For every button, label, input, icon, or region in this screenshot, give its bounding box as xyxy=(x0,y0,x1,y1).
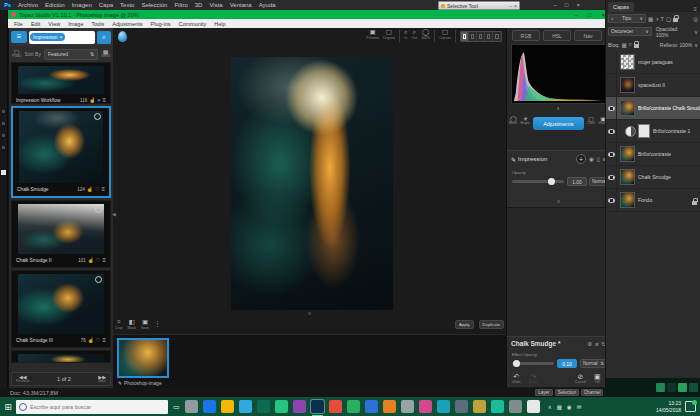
filter-smart-objects-icon[interactable] xyxy=(673,18,678,22)
taskbar-app-icon[interactable] xyxy=(509,400,522,413)
canvas-image[interactable] xyxy=(231,57,393,310)
selection-footer-button[interactable]: Selection xyxy=(555,389,579,396)
panel-menu-icon[interactable]: ≡ xyxy=(595,341,598,347)
layer-name[interactable]: Brillo/contraste Chalk Smudge II xyxy=(638,105,700,111)
info-icon[interactable] xyxy=(95,206,102,213)
settings-gear-icon[interactable]: ⚙ xyxy=(587,341,592,347)
opacity-value[interactable]: 1.00 xyxy=(567,177,587,186)
taskbar-app-icon[interactable] xyxy=(257,400,270,413)
preset-menu-icon[interactable]: ≡ xyxy=(102,257,106,263)
tray-icon[interactable]: ∧ xyxy=(548,404,552,410)
save-button[interactable]: ▣Save xyxy=(141,319,149,330)
menu-item[interactable]: File xyxy=(14,21,23,27)
apply-button[interactable]: Apply xyxy=(455,320,473,329)
menu-item[interactable]: Help xyxy=(214,21,225,27)
menu-item[interactable]: 3D xyxy=(195,2,203,8)
histogram-tab[interactable]: RGB xyxy=(512,30,540,41)
histogram-tab[interactable]: Nav xyxy=(574,30,602,41)
taskbar-app-icon[interactable] xyxy=(419,400,432,413)
layer-row[interactable]: Brillo/contraste Chalk Smudge II xyxy=(606,97,700,120)
tool-icon[interactable] xyxy=(2,122,5,125)
menu-item[interactable]: Edición xyxy=(45,2,65,8)
search-input[interactable]: Impression× xyxy=(29,31,95,44)
layer-name[interactable]: Brillo/contraste 1 xyxy=(653,128,700,134)
layer-thumbnail[interactable] xyxy=(620,192,635,208)
layer-footer-button[interactable]: Layer xyxy=(535,389,553,396)
delete-icon[interactable]: ▯ xyxy=(597,156,600,162)
heart-icon[interactable]: ♡ xyxy=(96,257,100,263)
color-mode-button[interactable]: ▢Color xyxy=(587,116,595,126)
taskbar-app-icon[interactable] xyxy=(491,400,504,413)
search-tag[interactable]: Impression× xyxy=(30,33,65,41)
maximize-icon[interactable]: □ xyxy=(588,12,592,18)
pencil-icon[interactable]: ✎ xyxy=(118,381,122,386)
preset-card[interactable]: Chalk Smudge 124 ☝ ♡ ≡ xyxy=(11,106,111,198)
zoom-100-button[interactable]: ◯100% xyxy=(421,29,430,40)
taskbar-app-icon[interactable] xyxy=(185,400,198,413)
taskbar-app-icon[interactable] xyxy=(221,400,234,413)
filmstrip-thumbnail[interactable] xyxy=(117,338,169,378)
redo-button[interactable]: ↷Redo xyxy=(529,373,537,385)
thumbs-up-icon[interactable]: ☝ xyxy=(87,186,93,192)
layer-row[interactable]: Brillo/contraste xyxy=(606,143,700,166)
view-side-by-side-button[interactable] xyxy=(477,32,485,41)
opacity-readout[interactable]: Opacidad: 100% xyxy=(656,26,693,38)
fill-readout[interactable]: Relleno: 100% xyxy=(660,42,693,48)
layer-thumbnail[interactable] xyxy=(620,54,635,70)
effect-opacity-slider[interactable] xyxy=(512,362,554,365)
adjustment-layer-icon[interactable] xyxy=(625,126,636,137)
layer-name[interactable]: Chalk Smudge xyxy=(638,174,700,180)
layer-name[interactable]: spacedust II xyxy=(638,82,700,88)
info-icon[interactable] xyxy=(95,276,102,283)
taskbar-app-icon[interactable] xyxy=(383,400,396,413)
info-icon[interactable] xyxy=(94,113,101,120)
more-tools-button[interactable]: ⋮ xyxy=(154,321,161,329)
visibility-toggle[interactable] xyxy=(606,166,617,189)
previous-page-button[interactable]: ◀◀Previous xyxy=(16,375,30,384)
undo-button[interactable]: ↶Undo xyxy=(512,373,520,385)
histogram-tab[interactable]: HSL xyxy=(543,30,571,41)
add-adjustment-icon[interactable]: + xyxy=(576,154,586,164)
preset-card[interactable]: Impression Workflow 116 ☝ ♥ ≡ xyxy=(11,62,111,104)
taskbar-app-icon[interactable] xyxy=(329,400,342,413)
taskbar-clock[interactable]: 13:23 14/05/2018 xyxy=(656,400,681,413)
layer-thumbnail[interactable] xyxy=(620,146,635,162)
menu-item[interactable]: Imagen xyxy=(72,2,92,8)
hamburger-menu-icon[interactable]: ≡ xyxy=(11,31,27,43)
preset-card[interactable] xyxy=(11,350,111,363)
chevron-down-icon[interactable]: ∨ xyxy=(507,199,610,204)
thumbs-up-icon[interactable]: ☝ xyxy=(89,97,95,103)
zoom-in-button[interactable]: ⌕In xyxy=(404,29,408,40)
layer-name[interactable]: Brillo/contraste xyxy=(638,151,700,157)
lock-transparent-icon[interactable]: ▦ xyxy=(621,42,626,48)
menu-item[interactable]: Capa xyxy=(99,2,113,8)
layer-row[interactable]: Brillo/contraste 1 xyxy=(606,120,700,143)
tray-app-icon[interactable] xyxy=(689,383,698,392)
zoom-out-button[interactable]: ⌕Out xyxy=(412,29,418,40)
crop-button[interactable]: ⌗Crop xyxy=(115,319,123,330)
taskbar-app-icon[interactable] xyxy=(311,400,324,413)
layer-name[interactable]: mujer paraguas xyxy=(638,59,700,65)
chevron-up-icon[interactable]: ∧ xyxy=(507,106,609,111)
menu-item[interactable]: Filtro xyxy=(174,2,187,8)
tool-icon[interactable] xyxy=(2,146,5,149)
menu-item[interactable]: Ventana xyxy=(230,2,252,8)
collapse-left-panel-icon[interactable]: ◀ xyxy=(112,211,116,217)
filter-pin-icon[interactable]: ◎ xyxy=(693,16,698,22)
menu-item[interactable]: Ayuda xyxy=(259,2,276,8)
taskbar-app-icon[interactable] xyxy=(473,400,486,413)
grid-size-toggle[interactable]: ▦Small xyxy=(101,49,110,59)
opacity-slider[interactable] xyxy=(512,180,564,183)
minimize-icon[interactable]: – xyxy=(575,12,578,18)
visibility-toggle[interactable] xyxy=(606,120,617,143)
thumbs-up-icon[interactable]: ☝ xyxy=(88,337,94,343)
tray-icon[interactable]: ◉ xyxy=(567,404,572,410)
filter-shape-layers-icon[interactable]: ▢ xyxy=(666,16,671,22)
heart-icon[interactable]: ♡ xyxy=(96,337,100,343)
taskbar-app-icon[interactable] xyxy=(455,400,468,413)
filter-pixel-layers-icon[interactable]: ▦ xyxy=(648,16,653,22)
minimize-icon[interactable]: – xyxy=(509,3,512,9)
menu-item[interactable]: Adjustments xyxy=(112,21,142,27)
taskbar-app-icon[interactable] xyxy=(437,400,450,413)
color-swatch[interactable] xyxy=(1,170,6,175)
